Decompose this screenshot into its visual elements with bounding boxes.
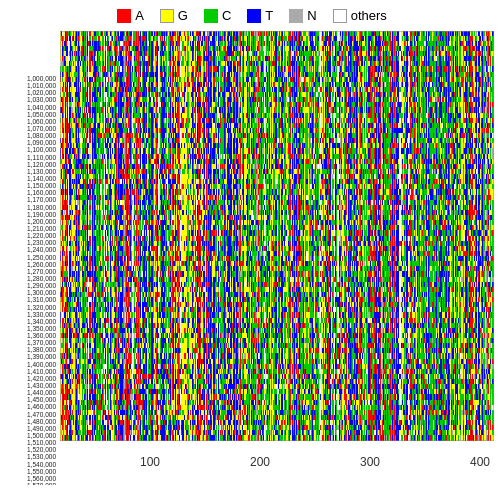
y-label: 1,380,000	[0, 346, 58, 353]
chart-container: A G C T N others 1,000,0001,010,0001,020…	[0, 0, 504, 504]
y-label: 1,410,000	[0, 368, 58, 375]
y-label: 1,330,000	[0, 311, 58, 318]
y-label: 1,440,000	[0, 389, 58, 396]
y-label: 1,250,000	[0, 254, 58, 261]
y-label: 1,130,000	[0, 168, 58, 175]
y-label: 1,260,000	[0, 261, 58, 268]
legend-color-A	[117, 9, 131, 23]
legend-color-N	[289, 9, 303, 23]
y-label: 1,500,000	[0, 432, 58, 439]
y-label: 1,100,000	[0, 146, 58, 153]
legend-label-C: C	[222, 8, 231, 23]
y-label: 1,080,000	[0, 132, 58, 139]
y-label: 1,430,000	[0, 382, 58, 389]
y-label: 1,240,000	[0, 246, 58, 253]
y-label: 1,460,000	[0, 403, 58, 410]
legend-color-T	[247, 9, 261, 23]
y-label: 1,450,000	[0, 396, 58, 403]
y-label: 1,010,000	[0, 82, 58, 89]
y-label: 1,340,000	[0, 318, 58, 325]
y-axis-labels: 1,000,0001,010,0001,020,0001,030,0001,04…	[0, 75, 58, 485]
chart-plot-area	[60, 31, 494, 441]
y-label: 1,180,000	[0, 204, 58, 211]
y-label: 1,320,000	[0, 304, 58, 311]
legend-color-C	[204, 9, 218, 23]
barplot-canvas	[60, 31, 494, 441]
legend-item-C: C	[204, 8, 231, 23]
y-label: 1,110,000	[0, 154, 58, 161]
x-axis: 100 200 300 400	[60, 451, 494, 469]
legend-label-T: T	[265, 8, 273, 23]
y-label: 1,190,000	[0, 211, 58, 218]
y-label: 1,350,000	[0, 325, 58, 332]
y-label: 1,070,000	[0, 125, 58, 132]
y-label: 1,570,000	[0, 482, 58, 485]
y-label: 1,140,000	[0, 175, 58, 182]
x-tick-200: 200	[250, 455, 270, 469]
legend-label-others: others	[351, 8, 387, 23]
legend-item-T: T	[247, 8, 273, 23]
y-label: 1,420,000	[0, 375, 58, 382]
y-label: 1,200,000	[0, 218, 58, 225]
y-label: 1,000,000	[0, 75, 58, 82]
y-label: 1,360,000	[0, 332, 58, 339]
y-label: 1,300,000	[0, 289, 58, 296]
y-label: 1,170,000	[0, 196, 58, 203]
legend-color-others	[333, 9, 347, 23]
y-label: 1,020,000	[0, 89, 58, 96]
y-label: 1,060,000	[0, 118, 58, 125]
y-label: 1,230,000	[0, 239, 58, 246]
y-label: 1,370,000	[0, 339, 58, 346]
y-label: 1,520,000	[0, 446, 58, 453]
y-label: 1,550,000	[0, 468, 58, 475]
y-label: 1,120,000	[0, 161, 58, 168]
y-label: 1,510,000	[0, 439, 58, 446]
y-label: 1,470,000	[0, 411, 58, 418]
y-label: 1,160,000	[0, 189, 58, 196]
y-label: 1,390,000	[0, 353, 58, 360]
legend-item-A: A	[117, 8, 144, 23]
y-label: 1,280,000	[0, 275, 58, 282]
legend: A G C T N others	[0, 0, 504, 27]
y-label: 1,040,000	[0, 104, 58, 111]
y-label: 1,150,000	[0, 182, 58, 189]
y-label: 1,560,000	[0, 475, 58, 482]
x-tick-400: 400	[470, 455, 490, 469]
y-label: 1,210,000	[0, 225, 58, 232]
y-label: 1,530,000	[0, 453, 58, 460]
y-label: 1,400,000	[0, 361, 58, 368]
x-tick-100: 100	[140, 455, 160, 469]
legend-label-A: A	[135, 8, 144, 23]
legend-item-others: others	[333, 8, 387, 23]
y-label: 1,220,000	[0, 232, 58, 239]
y-label: 1,480,000	[0, 418, 58, 425]
y-label: 1,310,000	[0, 296, 58, 303]
y-label: 1,490,000	[0, 425, 58, 432]
y-label: 1,030,000	[0, 96, 58, 103]
y-label: 1,270,000	[0, 268, 58, 275]
legend-color-G	[160, 9, 174, 23]
legend-item-N: N	[289, 8, 316, 23]
legend-label-N: N	[307, 8, 316, 23]
x-tick-300: 300	[360, 455, 380, 469]
y-label: 1,540,000	[0, 461, 58, 468]
y-label: 1,050,000	[0, 111, 58, 118]
y-label: 1,090,000	[0, 139, 58, 146]
legend-item-G: G	[160, 8, 188, 23]
y-label: 1,290,000	[0, 282, 58, 289]
legend-label-G: G	[178, 8, 188, 23]
